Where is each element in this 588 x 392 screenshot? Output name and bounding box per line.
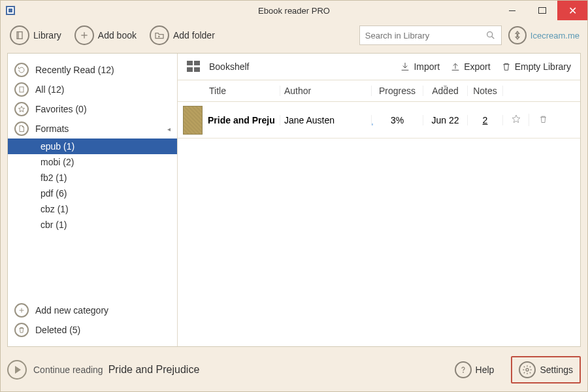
col-notes[interactable]: Notes [468,86,503,96]
sidebar-item-label: pdf (6) [41,188,67,199]
minimize-button[interactable] [497,1,527,20]
export-label: Export [464,61,490,72]
settings-label: Settings [540,365,573,375]
window-controls: ✕ [497,1,587,20]
search-icon[interactable] [485,30,496,41]
col-progress[interactable]: Progress [371,86,423,96]
delete-row-button[interactable] [529,114,555,126]
sidebar-item-label: Formats [35,123,69,134]
account-label: Icecream.me [531,31,580,41]
sidebar-item-label: fb2 (1) [41,172,67,183]
star-icon [511,114,521,124]
help-label: Help [476,365,495,375]
recent-icon [14,63,29,77]
col-added[interactable]: ▼Added [423,86,468,96]
sidebar-item-label: All (12) [35,84,64,95]
book-icon [10,25,29,45]
account-link[interactable]: Icecream.me [508,26,580,44]
book-title[interactable]: Pride and Preju [208,115,280,125]
trash-icon [501,61,512,72]
sidebar-item-label: cbz (1) [41,204,69,214]
app-icon [6,6,15,15]
bookshelf-label: Bookshelf [209,61,249,72]
folder-plus-icon [150,25,169,45]
titlebar: Ebook reader PRO ✕ [1,1,587,20]
export-icon [450,61,461,72]
sidebar-item-all[interactable]: All (12) [8,80,177,99]
sort-desc-icon: ▼ [442,84,448,90]
trash-icon [538,114,548,124]
search-box[interactable] [359,25,502,45]
sidebar-item-mobi[interactable]: mobi (2) [8,154,177,170]
book-notes[interactable]: 2 [468,115,503,125]
table-row[interactable]: Pride and Preju Jane Austen 3% Jun 22 2 [178,102,580,139]
svg-marker-9 [19,106,25,112]
sidebar-item-label: epub (1) [41,141,74,152]
add-category-label: Add new category [35,305,108,316]
chevron-left-icon: ◂ [167,125,171,133]
book-progress: 3% [371,115,423,125]
close-button[interactable]: ✕ [557,1,587,20]
export-button[interactable]: Export [450,61,490,72]
add-folder-label: Add folder [173,30,215,41]
grid-icon[interactable] [187,61,201,73]
sidebar: Recently Read (12) All (12) Favorites (0… [8,54,178,346]
content-header: Bookshelf Import Export Empty Library [178,54,580,80]
col-author[interactable]: Author [280,86,371,96]
sidebar-item-label: mobi (2) [41,157,74,167]
gear-icon [519,361,536,378]
sidebar-item-fb2[interactable]: fb2 (1) [8,170,177,186]
import-icon [400,61,410,72]
sidebar-item-pdf[interactable]: pdf (6) [8,186,177,201]
sidebar-item-label: cbr (1) [41,220,67,230]
plus-icon [74,25,94,45]
svg-marker-12 [512,115,520,123]
search-input[interactable] [365,31,485,41]
status-bar: Continue reading Pride and Prejudice Hel… [7,355,581,385]
sidebar-item-label: Recently Read (12) [35,65,114,75]
svg-rect-8 [20,87,24,92]
trash-icon [14,323,29,337]
col-title[interactable]: Title [208,86,280,96]
sidebar-item-deleted[interactable]: Deleted (5) [8,320,177,340]
star-icon [14,102,29,116]
sidebar-item-formats[interactable]: Formats ◂ [8,119,177,139]
empty-library-label: Empty Library [515,61,571,72]
sidebar-item-favorites[interactable]: Favorites (0) [8,99,177,119]
sidebar-item-epub[interactable]: epub (1) [8,139,177,154]
continue-reading-button[interactable] [7,360,27,380]
add-book-label: Add book [98,30,137,41]
import-label: Import [414,61,440,72]
svg-point-6 [487,32,493,37]
add-book-button[interactable]: Add book [71,23,140,48]
toolbar: Library Add book Add folder Icecream.me [1,20,587,50]
account-icon [508,26,527,44]
sidebar-item-recent[interactable]: Recently Read (12) [8,60,177,80]
svg-line-7 [492,37,495,39]
book-added: Jun 22 [423,115,468,125]
favorite-toggle[interactable] [503,114,529,126]
book-cover[interactable] [183,106,203,135]
all-icon [14,82,29,97]
continue-reading-label: Continue reading [33,365,103,375]
library-button[interactable]: Library [6,23,65,48]
empty-library-button[interactable]: Empty Library [501,61,571,72]
svg-rect-0 [17,32,22,39]
import-button[interactable]: Import [400,61,440,72]
sidebar-item-cbr[interactable]: cbr (1) [8,217,177,233]
main-panel: Recently Read (12) All (12) Favorites (0… [7,53,581,347]
settings-button[interactable]: Settings [511,356,581,384]
plus-icon [14,303,29,318]
svg-point-13 [463,372,463,372]
content-panel: Bookshelf Import Export Empty Library Ti… [178,54,580,346]
current-book-title[interactable]: Pride and Prejudice [108,364,200,376]
add-folder-button[interactable]: Add folder [146,23,219,48]
sidebar-item-cbz[interactable]: cbz (1) [8,201,177,217]
library-label: Library [33,30,61,41]
table-header: Title Author Progress ▼Added Notes [178,80,580,102]
book-author: Jane Austen [280,115,371,125]
maximize-button[interactable] [527,1,557,20]
add-category-button[interactable]: Add new category [8,301,177,320]
sidebar-item-label: Deleted (5) [35,325,80,335]
help-button[interactable]: Help [448,357,501,382]
